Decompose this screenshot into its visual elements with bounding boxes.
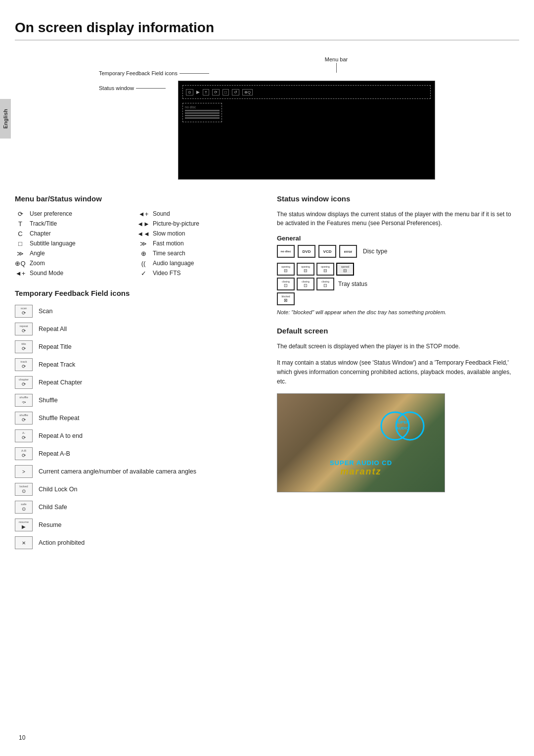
menu-label-subtitle: Subtitle language <box>30 239 134 247</box>
tray-row-3: blocked ⊠ <box>277 292 519 305</box>
feedback-label-repeat-all: Repeat All <box>39 326 67 332</box>
screen-status-line-1 <box>185 110 220 111</box>
language-tab: English <box>0 99 11 139</box>
feedback-section-title: Temporary Feedback Field icons <box>15 289 257 297</box>
menu-label-pbp: Picture-by-picture <box>153 220 257 228</box>
sacd-image: SUPER AUDIO SUPER AUDIO CD marantz <box>277 393 445 492</box>
feedback-label-repeat-a-end: Repeat A to end <box>39 432 83 439</box>
sacd-logo-svg: SUPER AUDIO <box>380 404 425 448</box>
svg-text:SUPER: SUPER <box>396 420 409 425</box>
menu-label-audio: Audio language <box>153 259 257 267</box>
status-section-title: Status window icons <box>277 194 519 203</box>
menu-label-slow: Slow motion <box>153 230 257 237</box>
feedback-item-repeat-chapter: chapter ⟳ Repeat Chapter <box>15 376 257 389</box>
feedback-icon-prohibited: ✕ <box>15 536 33 549</box>
feedback-label-repeat-track: Repeat Track <box>39 361 75 368</box>
side-tab-label: English <box>2 109 8 129</box>
screen-icon-3: T <box>203 89 209 95</box>
feedback-item-repeat-track: track ⟳ Repeat Track <box>15 358 257 372</box>
tray-row-2: closing ⊡ closing ⊡ closing ⊡ <box>277 278 334 290</box>
feedback-item-child-safe: safe ⊙ Child Safe <box>15 500 257 514</box>
feedback-item-camera: > Current camera angle/number of availab… <box>15 465 257 478</box>
screen-status-line-2 <box>185 112 220 114</box>
screen-mockup-wrapper: ⊙ ▶ T ⟳ □ ↺ ⊕Q no disc <box>178 81 435 180</box>
svg-text:AUDIO: AUDIO <box>396 426 409 430</box>
feedback-icon-repeat-ab: A-B ⟳ <box>15 447 33 460</box>
disc-icon-no-disc: no disc <box>277 245 295 258</box>
feedback-item-repeat-a-end: A- ⟳ Repeat A to end <box>15 429 257 443</box>
menu-icon-videofts: ✓ <box>138 269 149 277</box>
feedback-item-child-lock: locked ⊙ Child Lock On <box>15 482 257 496</box>
menu-label-time: Time search <box>153 249 257 257</box>
feedback-icon-repeat-title: title ⟳ <box>15 340 33 353</box>
tray-row-1: opening ⊟ opening ⊟ opening ⊟ opened ⊟ <box>277 263 519 276</box>
default-screen-section: Default screen The default screen is dis… <box>277 327 519 493</box>
menu-icon-soundmode: ◄+ <box>15 269 26 277</box>
diagram-area: Menu bar Temporary Feedback Field icons … <box>99 55 435 180</box>
disc-type-label: Disc type <box>363 248 387 255</box>
menu-icon-user-pref: ⟳ <box>15 210 26 218</box>
feedback-icon-shuffle-repeat: shuffle ⟳ <box>15 412 33 425</box>
screen-icon-4: ⟳ <box>212 89 220 95</box>
feedback-label-repeat-chapter: Repeat Chapter <box>39 379 82 386</box>
menu-label-user-pref: User preference <box>30 210 134 218</box>
feedback-label-resume: Resume <box>39 521 62 528</box>
tray-icon-opening-1: opening ⊟ <box>277 263 295 276</box>
tray-icon-closing-2: closing ⊡ <box>297 278 314 290</box>
feedback-label-repeat-ab: Repeat A-B <box>39 450 70 457</box>
tray-icon-opening-2: opening ⊟ <box>297 263 314 276</box>
screen-status-box: no disc <box>182 103 222 122</box>
disc-type-row: no disc DVD VCD error Disc type <box>277 245 519 258</box>
menu-bar-section-title: Menu bar/Status window <box>15 194 257 203</box>
feedback-list: scan ⟳ Scan repeat ⟳ Repeat All title <box>15 304 257 550</box>
feedback-icon-scan: scan ⟳ <box>15 305 33 318</box>
screen-icon-7: ⊕Q <box>242 89 253 95</box>
feedback-item-shuffle-repeat: shuffle ⟳ Shuffle Repeat <box>15 411 257 425</box>
tray-icon-opening-3: opening ⊟ <box>316 263 334 276</box>
default-screen-desc2: It may contain a status window (see 'Sta… <box>277 358 519 387</box>
disc-icon-dvd: DVD <box>298 245 315 258</box>
page-title: On screen display information <box>15 20 519 41</box>
screen-status-line-4 <box>185 117 220 119</box>
menu-icon-subtitle: □ <box>15 239 26 247</box>
disc-icon-vcd: VCD <box>318 245 336 258</box>
screen-play-icon: ▶ <box>196 90 200 94</box>
feedback-icon-camera: > <box>15 465 33 478</box>
feedback-icon-child-safe: safe ⊙ <box>15 501 33 514</box>
feedback-icon-resume: resume ▶ <box>15 519 33 531</box>
feedback-item-resume: resume ▶ Resume <box>15 518 257 532</box>
tray-icon-closing-1: closing ⊡ <box>277 278 295 290</box>
marantz-brand-text: marantz <box>330 467 392 477</box>
menu-icon-slow: ◄◄ <box>138 230 149 237</box>
feedback-label-scan: Scan <box>39 308 53 315</box>
general-subsection-title: General <box>277 235 519 242</box>
screen-icons-row: ⊙ ▶ T ⟳ □ ↺ ⊕Q <box>186 89 253 95</box>
tray-icons-container: opening ⊟ opening ⊟ opening ⊟ opened ⊟ <box>277 263 519 305</box>
feedback-label-camera: Current camera angle/number of available… <box>39 468 196 475</box>
screen-status-line-3 <box>185 115 220 116</box>
menu-icon-audio: (( <box>138 259 149 267</box>
menu-label-fast: Fast motion <box>153 239 257 247</box>
screen-no-disc-text: no disc <box>185 105 220 109</box>
status-section-description: The status window displays the current s… <box>277 210 519 228</box>
diagram-label-feedback: Temporary Feedback Field icons <box>99 70 211 76</box>
sacd-title: SUPER AUDIO CD <box>330 459 392 467</box>
tray-row-2-with-label: closing ⊡ closing ⊡ closing ⊡ Tray statu… <box>277 278 519 290</box>
menu-label-sound: Sound <box>153 210 257 218</box>
feedback-label-child-safe: Child Safe <box>39 504 67 511</box>
feedback-item-scan: scan ⟳ Scan <box>15 304 257 318</box>
menu-label-angle: Angle <box>30 249 134 257</box>
tray-icon-opened: opened ⊟ <box>336 263 354 276</box>
tray-note: Note: "blocked" will appear when the dis… <box>277 308 519 317</box>
menu-icon-track: T <box>15 220 26 228</box>
feedback-icon-shuffle: shuffle ⤼ <box>15 394 33 407</box>
feedback-icon-repeat-a-end: A- ⟳ <box>15 429 33 442</box>
feedback-icon-repeat-all: repeat ⟳ <box>15 323 33 335</box>
menu-icon-sound: ◄+ <box>138 210 149 218</box>
feedback-label-prohibited: Action prohibited <box>39 539 85 546</box>
tray-icon-closing-3: closing ⊡ <box>316 278 334 290</box>
sacd-text-overlay: SUPER AUDIO CD marantz <box>330 459 392 477</box>
menu-label-chapter: Chapter <box>30 230 134 237</box>
tray-icon-blocked: blocked ⊠ <box>277 292 295 305</box>
left-column: Menu bar/Status window ⟳ User preference… <box>15 194 257 550</box>
